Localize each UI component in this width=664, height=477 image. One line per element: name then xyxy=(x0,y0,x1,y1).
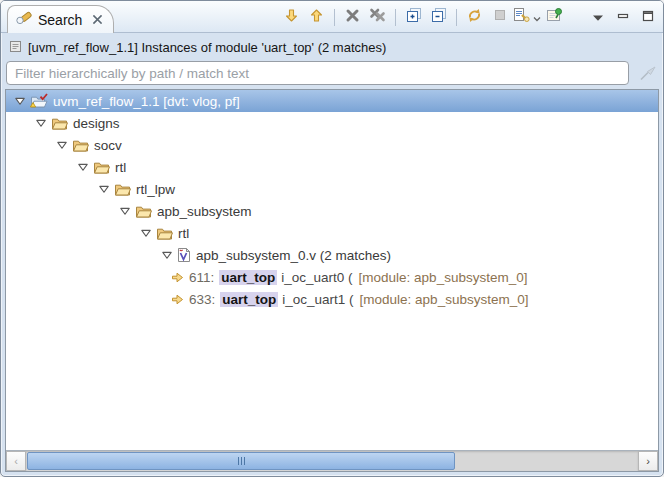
tree-row[interactable]: uvm_ref_flow_1.1 [dvt: vlog, pf] xyxy=(6,90,658,112)
match-text: i_oc_uart0 ( xyxy=(281,270,352,285)
folder-icon xyxy=(51,116,68,131)
expand-toggle-icon[interactable] xyxy=(55,139,68,151)
verilog-file-icon xyxy=(177,247,191,263)
search-view-window: Search [uvm_ref_flow_1.1] Instances of m… xyxy=(0,0,664,477)
tab-bar: Search xyxy=(1,1,663,33)
tree-row-label: rtl xyxy=(178,226,189,241)
stop-icon xyxy=(493,8,507,26)
folder-icon xyxy=(72,138,89,153)
refresh-icon xyxy=(466,7,483,28)
tree-row-label: rtl_lpw xyxy=(136,182,175,197)
maximize-icon xyxy=(642,8,654,26)
tab-search[interactable]: Search xyxy=(7,5,114,33)
remove-all-matches-icon xyxy=(369,7,386,27)
search-result-icon xyxy=(9,40,22,56)
tree-row-label: socv xyxy=(94,138,122,153)
tree-row[interactable]: rtl_lpw xyxy=(6,178,658,200)
tree-row[interactable]: designs xyxy=(6,112,658,134)
clear-filter-icon[interactable] xyxy=(636,64,658,82)
scroll-right-icon[interactable]: › xyxy=(638,451,658,471)
tab-label: Search xyxy=(38,12,82,28)
show-previous-match-button[interactable] xyxy=(305,6,328,28)
tree-row-label: rtl xyxy=(115,160,126,175)
match-highlight: uart_top xyxy=(220,292,278,307)
expand-toggle-icon[interactable] xyxy=(118,205,131,217)
minimize-view-button[interactable] xyxy=(611,6,634,28)
tree-row-label: apb_subsystem xyxy=(157,204,252,219)
tree-row[interactable]: apb_subsystem_0.v (2 matches) xyxy=(6,244,658,266)
view-toolbar xyxy=(280,6,659,32)
collapse-all-button[interactable] xyxy=(427,6,450,28)
project-icon xyxy=(30,93,48,109)
remove-all-matches-button[interactable] xyxy=(366,6,389,28)
filter-row xyxy=(1,58,663,89)
tree-row-label: uvm_ref_flow_1.1 [dvt: vlog, pf] xyxy=(53,94,240,109)
cancel-search-button[interactable] xyxy=(488,6,511,28)
run-search-again-button[interactable] xyxy=(463,6,486,28)
pin-search-view-button[interactable] xyxy=(543,6,566,28)
view-menu-button[interactable] xyxy=(586,6,609,28)
view-menu-icon xyxy=(592,8,604,26)
collapse-all-icon xyxy=(431,7,447,27)
match-highlight: uart_top xyxy=(219,270,277,285)
remove-selected-match-button[interactable] xyxy=(341,6,364,28)
expand-toggle-icon[interactable] xyxy=(34,117,47,129)
chevron-down-icon[interactable] xyxy=(533,8,541,26)
scroll-left-icon[interactable]: ‹ xyxy=(6,451,26,471)
folder-icon xyxy=(114,182,131,197)
expand-all-icon xyxy=(406,7,422,27)
filter-input[interactable] xyxy=(6,61,629,85)
scrollbar-thumb[interactable] xyxy=(27,452,455,470)
maximize-view-button[interactable] xyxy=(636,6,659,28)
toolbar-separator xyxy=(456,9,457,26)
search-flashlight-icon xyxy=(15,10,32,29)
results-panel: uvm_ref_flow_1.1 [dvt: vlog, pf]designss… xyxy=(5,89,659,472)
search-history-icon xyxy=(513,7,531,27)
horizontal-scrollbar[interactable]: ‹ › xyxy=(6,450,658,471)
folder-icon xyxy=(135,204,152,219)
tree-row-label: designs xyxy=(73,116,120,131)
match-arrow-icon xyxy=(171,293,184,306)
match-text: i_oc_uart1 ( xyxy=(282,292,353,307)
toolbar-separator xyxy=(395,9,396,26)
match-row[interactable]: 611:uart_topi_oc_uart0 ([module: apb_sub… xyxy=(6,266,658,288)
match-line-number: 611: xyxy=(189,270,214,285)
arrow-down-icon xyxy=(283,7,300,28)
folder-icon xyxy=(93,160,110,175)
search-summary-text: [uvm_ref_flow_1.1] Instances of module '… xyxy=(28,40,386,55)
folder-icon xyxy=(156,226,173,241)
tree-row[interactable]: rtl xyxy=(6,222,658,244)
tree-row[interactable]: apb_subsystem xyxy=(6,200,658,222)
expand-toggle-icon[interactable] xyxy=(160,249,173,261)
remove-match-icon xyxy=(345,8,360,27)
expand-toggle-icon[interactable] xyxy=(76,161,89,173)
expand-all-button[interactable] xyxy=(402,6,425,28)
minimize-icon xyxy=(617,8,629,26)
tree-row-label: apb_subsystem_0.v (2 matches) xyxy=(196,248,391,263)
arrow-up-icon xyxy=(308,7,325,28)
match-line-number: 633: xyxy=(189,292,215,307)
expand-toggle-icon[interactable] xyxy=(13,95,26,107)
match-row[interactable]: 633:uart_topi_oc_uart1 ([module: apb_sub… xyxy=(6,288,658,310)
expand-toggle-icon[interactable] xyxy=(139,227,152,239)
tree-row[interactable]: socv xyxy=(6,134,658,156)
scrollbar-track[interactable] xyxy=(26,451,638,471)
show-next-match-button[interactable] xyxy=(280,6,303,28)
match-decoration: [module: apb_subsystem_0] xyxy=(360,292,529,307)
pin-icon xyxy=(546,7,563,27)
tree-row[interactable]: rtl xyxy=(6,156,658,178)
results-tree[interactable]: uvm_ref_flow_1.1 [dvt: vlog, pf]designss… xyxy=(6,90,658,450)
window-frame-bottom xyxy=(1,472,663,476)
close-icon[interactable] xyxy=(92,14,103,25)
previous-search-results-button[interactable] xyxy=(513,6,541,28)
expand-toggle-icon[interactable] xyxy=(97,183,110,195)
toolbar-separator xyxy=(334,9,335,26)
match-decoration: [module: apb_subsystem_0] xyxy=(359,270,528,285)
search-summary: [uvm_ref_flow_1.1] Instances of module '… xyxy=(1,33,663,58)
match-arrow-icon xyxy=(171,271,184,284)
